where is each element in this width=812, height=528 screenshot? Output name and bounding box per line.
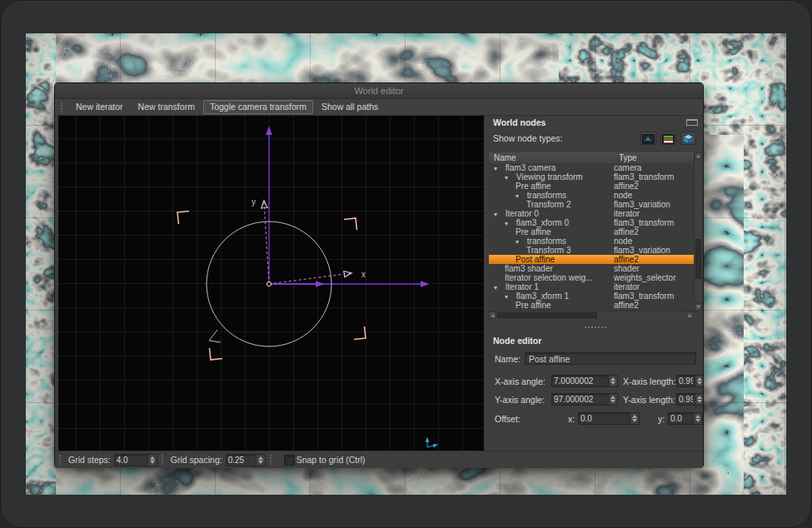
offset-y-spinbox[interactable] <box>668 412 703 425</box>
y-axis-length-input[interactable] <box>677 394 695 405</box>
column-header-type[interactable]: Type <box>614 152 694 163</box>
spin-down-icon[interactable] <box>258 461 263 464</box>
offset-x-input[interactable] <box>579 413 630 424</box>
offset-label: Offset: <box>495 414 521 424</box>
statusbar-grip-handle[interactable] <box>162 455 165 465</box>
node-name: Transform 3 <box>526 246 571 255</box>
snap-to-grid-checkbox[interactable] <box>284 455 295 466</box>
node-type: affine2 <box>614 255 639 264</box>
toggle-camera-transform-button[interactable]: Toggle camera transform <box>203 100 313 114</box>
world-canvas-svg[interactable]: y x <box>58 116 484 451</box>
tree-horizontal-scrollbar[interactable]: ◂ ▸ <box>489 311 694 319</box>
origin-handle[interactable] <box>267 281 271 286</box>
offset-y-input[interactable] <box>669 413 693 424</box>
spinner-buttons[interactable] <box>695 394 703 405</box>
tree-row[interactable]: Iterator selection weig... weights_selec… <box>489 273 694 282</box>
spin-down-icon[interactable] <box>697 400 702 403</box>
toolbar-grip-handle[interactable] <box>61 102 64 112</box>
tree-row[interactable]: Transform 3 flam3_variation <box>489 246 694 255</box>
horizontal-scrollbar-thumb[interactable] <box>497 312 597 318</box>
spinner-buttons[interactable] <box>693 413 702 424</box>
grid-steps-label: Grid steps: <box>68 455 111 465</box>
tree-row[interactable]: Pre affine affine2 <box>489 301 694 310</box>
vertical-scrollbar-thumb[interactable] <box>695 239 701 279</box>
x-axis-angle-input[interactable] <box>552 376 608 386</box>
x-axis-length-spinbox[interactable] <box>676 375 703 387</box>
column-header-name[interactable]: Name <box>489 152 619 163</box>
new-iterator-button[interactable]: New iterator <box>69 100 130 114</box>
spinner-buttons[interactable] <box>608 376 617 386</box>
offset-x-spinbox[interactable] <box>578 412 640 425</box>
spinner-buttons[interactable] <box>630 413 639 424</box>
spin-up-icon[interactable] <box>632 415 637 418</box>
x-axis-length-input[interactable] <box>677 376 695 386</box>
spin-up-icon[interactable] <box>258 456 263 460</box>
window-titlebar[interactable]: World editor <box>55 83 703 99</box>
spin-down-icon[interactable] <box>697 381 702 385</box>
x-axis-angle-spinbox[interactable] <box>551 375 618 387</box>
tree-vertical-scrollbar[interactable]: ▴ ▾ <box>694 152 702 311</box>
tree-row[interactable]: Pre affine affine2 <box>489 227 694 237</box>
node-type: affine2 <box>614 227 639 237</box>
spin-up-icon[interactable] <box>697 377 702 381</box>
tree-row[interactable]: Pre affine affine2 <box>489 182 694 191</box>
tree-row[interactable]: ▾ flam3_xform 0 flam3_transform <box>489 218 694 227</box>
show-all-paths-button[interactable]: Show all paths <box>315 100 385 114</box>
float-panel-icon[interactable] <box>686 119 698 126</box>
new-transform-button[interactable]: New transform <box>132 100 202 114</box>
spin-down-icon[interactable] <box>632 419 637 422</box>
shader-nodes-filter-icon <box>662 134 675 144</box>
spinner-buttons[interactable] <box>147 455 157 466</box>
tree-row[interactable]: Post affine affine2 <box>489 255 694 264</box>
spin-down-icon[interactable] <box>610 381 615 385</box>
grid-steps-input[interactable] <box>115 455 147 466</box>
tree-row[interactable]: ▾ flam3_xform 1 flam3_transform <box>489 291 694 301</box>
scroll-down-icon[interactable]: ▾ <box>695 303 702 311</box>
node-tree-body[interactable]: ▾ flam3 camera camera ▾ Viewing transfor… <box>489 163 694 311</box>
tree-row[interactable]: ▾ Iterator 0 iterator <box>489 209 694 218</box>
status-bar: Grid steps: Grid spacing: Snap to grid (… <box>55 451 703 468</box>
camera-nodes-filter-button[interactable] <box>640 132 656 145</box>
scroll-up-icon[interactable]: ▴ <box>695 152 702 160</box>
tree-row[interactable]: ▾ Iterator 1 iterator <box>489 282 694 291</box>
tree-row[interactable]: flam3 shader shader <box>489 264 694 273</box>
grid-spacing-spinbox[interactable] <box>226 454 266 466</box>
scroll-right-icon[interactable]: ▸ <box>686 311 694 319</box>
node-name-input[interactable] <box>525 352 696 365</box>
shader-nodes-filter-button[interactable] <box>660 132 676 145</box>
node-name: Iterator 0 <box>506 209 539 218</box>
spinner-buttons[interactable] <box>608 394 617 405</box>
show-node-types-label: Show node types: <box>493 133 562 143</box>
y-axis-angle-input[interactable] <box>552 394 608 405</box>
panel-splitter-handle[interactable] <box>488 324 703 331</box>
grid-spacing-input[interactable] <box>227 455 256 466</box>
statusbar-grip-handle[interactable] <box>270 455 273 465</box>
y-axis-row: Y-axis angle: Y-axis length: <box>488 393 703 406</box>
statusbar-grip-handle[interactable] <box>59 455 62 465</box>
tree-row[interactable]: ▾ Viewing transform flam3_transform <box>489 172 694 182</box>
spin-up-icon[interactable] <box>695 415 700 418</box>
spin-down-icon[interactable] <box>695 419 700 422</box>
y-axis-angle-spinbox[interactable] <box>551 393 618 406</box>
spin-up-icon[interactable] <box>610 396 615 399</box>
spinner-buttons[interactable] <box>695 376 703 386</box>
tree-row[interactable]: Transform 2 flam3_variation <box>489 200 694 209</box>
world-viewport-canvas[interactable]: y x <box>58 116 484 451</box>
spin-up-icon[interactable] <box>150 456 155 460</box>
spinner-buttons[interactable] <box>256 455 265 466</box>
node-name: Viewing transform <box>516 172 583 182</box>
spin-up-icon[interactable] <box>610 377 615 381</box>
name-row: Name: <box>488 352 703 366</box>
spin-down-icon[interactable] <box>610 400 615 403</box>
tree-row[interactable]: ▾ transforms node <box>489 191 694 200</box>
geometry-nodes-filter-button[interactable] <box>680 132 696 145</box>
y-axis-length-spinbox[interactable] <box>676 393 703 406</box>
spin-down-icon[interactable] <box>150 461 155 464</box>
scroll-left-icon[interactable]: ◂ <box>489 311 496 319</box>
spin-up-icon[interactable] <box>697 396 702 399</box>
offset-y-label: y: <box>658 414 665 424</box>
tree-row[interactable]: ▾ transforms node <box>489 237 694 246</box>
grid-steps-spinbox[interactable] <box>114 454 157 466</box>
tree-row[interactable]: ▾ flam3 camera camera <box>489 163 694 172</box>
main-toolbar: New iterator New transform Toggle camera… <box>55 99 703 116</box>
